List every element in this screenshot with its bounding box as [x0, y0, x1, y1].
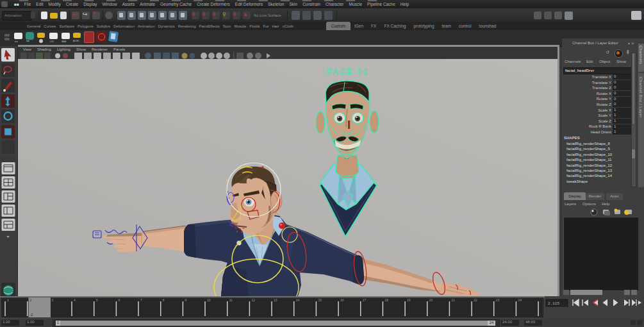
svg-text:15: 15	[318, 298, 322, 302]
svg-text:6: 6	[118, 298, 120, 302]
svg-text:19: 19	[407, 298, 411, 302]
svg-text:16: 16	[340, 298, 344, 302]
svg-text:23: 23	[496, 298, 500, 302]
svg-text:17: 17	[363, 298, 367, 302]
svg-text:12: 12	[251, 298, 255, 302]
svg-text:9: 9	[185, 298, 186, 302]
svg-text:22: 22	[474, 298, 477, 302]
svg-text:7: 7	[140, 298, 142, 302]
svg-text:18: 18	[384, 298, 388, 302]
svg-text:FACE 01: FACE 01	[327, 67, 369, 76]
svg-text:21: 21	[451, 298, 455, 302]
svg-text:8: 8	[163, 298, 165, 302]
svg-text:13: 13	[274, 298, 277, 302]
svg-text:24: 24	[518, 298, 522, 302]
svg-text:5: 5	[96, 298, 98, 302]
svg-text:1: 1	[7, 298, 9, 302]
svg-text:11: 11	[229, 298, 233, 302]
svg-text:2: 2	[29, 298, 31, 302]
svg-text:10: 10	[207, 298, 211, 302]
svg-text:20: 20	[429, 298, 433, 302]
svg-text:2.115: 2.115	[548, 301, 559, 306]
svg-text:3: 3	[51, 298, 53, 302]
svg-text:4: 4	[74, 298, 76, 302]
svg-text:14: 14	[296, 298, 300, 302]
